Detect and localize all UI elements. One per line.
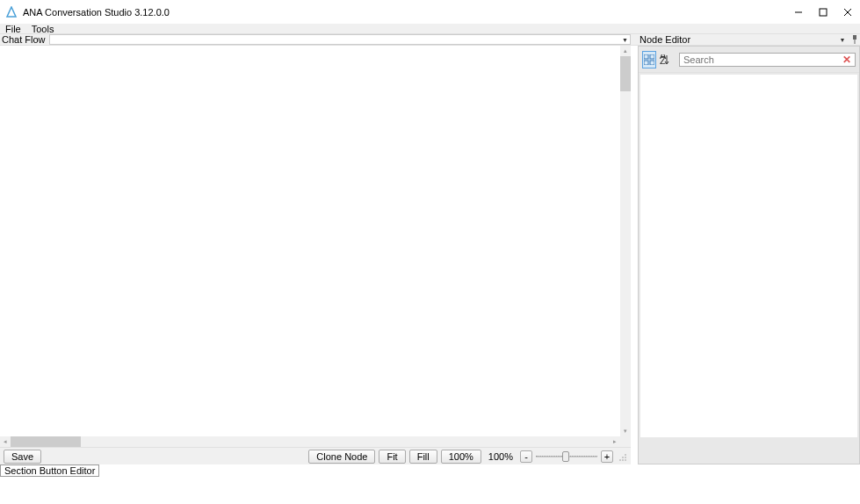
- chevron-down-icon: ▼: [622, 37, 628, 43]
- main-area: ▴ ▾ ◂ ▸ Save Clone Node Fit Fill 100% 10…: [0, 46, 860, 464]
- svg-rect-13: [650, 54, 654, 59]
- chatflow-header: Chat Flow ▼: [0, 34, 631, 45]
- categorize-button[interactable]: [642, 51, 656, 68]
- zoom-current-label: 100%: [485, 451, 517, 462]
- svg-point-7: [622, 457, 624, 458]
- scroll-corner: [620, 436, 631, 447]
- clone-node-button[interactable]: Clone Node: [308, 450, 375, 464]
- section-tab-label: Section Button Editor: [4, 465, 95, 476]
- nodeeditor-footer: [639, 439, 859, 464]
- vertical-scrollbar[interactable]: ▴ ▾: [620, 46, 631, 436]
- chatflow-label: Chat Flow: [2, 34, 47, 45]
- svg-rect-14: [644, 61, 648, 65]
- app-icon: [5, 6, 18, 18]
- menu-file[interactable]: File: [4, 23, 23, 35]
- fit-button[interactable]: Fit: [379, 450, 405, 464]
- zoom-slider[interactable]: [536, 450, 597, 463]
- svg-point-11: [625, 459, 626, 461]
- titlebar: ANA Conversation Studio 3.12.0.0: [0, 0, 860, 24]
- nodeeditor-label: Node Editor: [640, 34, 690, 45]
- scroll-right-icon[interactable]: ▸: [610, 436, 620, 447]
- clear-search-button[interactable]: ✕: [842, 54, 851, 66]
- scroll-down-icon[interactable]: ▾: [620, 426, 631, 436]
- canvas-container: ▴ ▾: [0, 46, 631, 436]
- toolbar-row: Chat Flow ▼ Node Editor ▼: [0, 34, 860, 46]
- menu-tools[interactable]: Tools: [30, 23, 56, 35]
- nodeeditor-panel: A Z ✕: [638, 46, 860, 464]
- horizontal-scrollbar[interactable]: ◂ ▸: [0, 436, 631, 447]
- svg-rect-12: [644, 54, 648, 59]
- svg-point-8: [625, 457, 626, 458]
- nodeeditor-header: Node Editor ▼: [638, 34, 860, 45]
- scroll-left-icon[interactable]: ◂: [0, 436, 11, 447]
- svg-rect-4: [853, 35, 856, 40]
- nodeeditor-body[interactable]: [640, 75, 857, 437]
- svg-rect-1: [820, 9, 827, 16]
- close-button[interactable]: [835, 3, 860, 22]
- vscroll-thumb[interactable]: [620, 56, 631, 91]
- chatflow-panel: ▴ ▾ ◂ ▸ Save Clone Node Fit Fill 100% 10…: [0, 46, 631, 464]
- canvas-toolbar: Save Clone Node Fit Fill 100% 100% - +: [0, 447, 631, 464]
- hscroll-thumb[interactable]: [11, 436, 81, 447]
- svg-rect-15: [650, 61, 654, 65]
- svg-point-9: [619, 459, 621, 461]
- svg-point-10: [622, 459, 624, 461]
- zoom-in-button[interactable]: +: [601, 450, 613, 463]
- zoom-out-button[interactable]: -: [520, 450, 532, 463]
- categorize-icon: [644, 54, 654, 65]
- zoom-100-button[interactable]: 100%: [441, 450, 481, 464]
- window-title: ANA Conversation Studio 3.12.0.0: [23, 7, 786, 18]
- sort-icon: A Z: [660, 54, 670, 65]
- nodeeditor-dropdown-button[interactable]: ▼: [837, 34, 848, 45]
- slider-thumb[interactable]: [562, 451, 569, 462]
- sort-button[interactable]: A Z: [658, 51, 672, 68]
- resize-grip-icon[interactable]: [617, 451, 627, 462]
- fill-button[interactable]: Fill: [409, 450, 437, 464]
- chevron-down-icon: ▼: [840, 37, 846, 43]
- pin-icon: [851, 35, 858, 44]
- nodeeditor-toolbar: A Z ✕: [639, 47, 859, 73]
- save-button[interactable]: Save: [4, 450, 41, 464]
- window-controls: [786, 3, 860, 22]
- svg-point-6: [625, 454, 626, 456]
- search-input[interactable]: [683, 54, 842, 65]
- hscroll-track[interactable]: [11, 436, 610, 447]
- chatflow-canvas[interactable]: [0, 46, 620, 436]
- nodeeditor-pin-button[interactable]: [849, 34, 860, 45]
- section-button-editor-tab[interactable]: Section Button Editor: [0, 464, 99, 477]
- chatflow-combobox[interactable]: ▼: [49, 34, 631, 45]
- minimize-button[interactable]: [786, 3, 811, 22]
- svg-text:Z: Z: [660, 55, 666, 65]
- scroll-up-icon[interactable]: ▴: [620, 46, 631, 56]
- vscroll-track[interactable]: [620, 56, 631, 426]
- menubar: File Tools: [0, 24, 860, 34]
- maximize-button[interactable]: [811, 3, 835, 22]
- nodeeditor-search[interactable]: ✕: [679, 53, 856, 67]
